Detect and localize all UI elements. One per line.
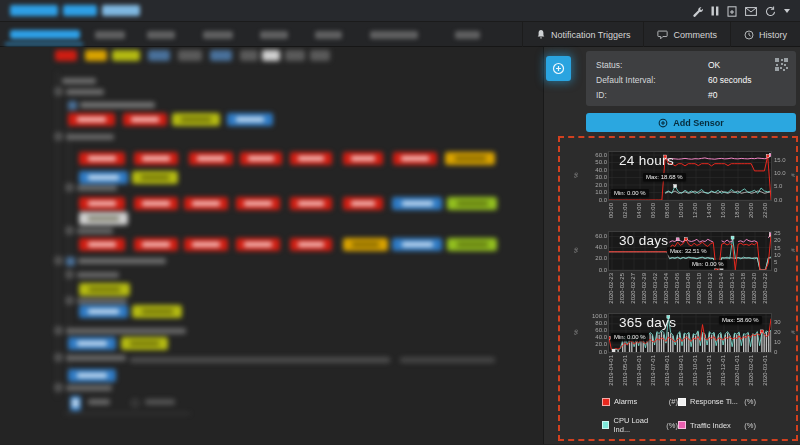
tree-item-label[interactable] xyxy=(77,185,117,191)
sensor-status-badge[interactable] xyxy=(79,238,125,251)
sensor-status-badge[interactable] xyxy=(343,152,383,165)
toolbar-chip[interactable] xyxy=(210,50,232,61)
axis-tick-label: 40.0 xyxy=(581,244,607,250)
sensor-status-badge[interactable] xyxy=(393,152,437,165)
tree-item-label[interactable] xyxy=(88,399,110,405)
tree-item-label[interactable] xyxy=(80,102,155,108)
tabs-blurred[interactable] xyxy=(0,22,520,47)
expand-toggle-icon[interactable]: + xyxy=(55,384,62,391)
tree-item-label[interactable] xyxy=(66,328,186,334)
sensor-status-badge[interactable] xyxy=(121,337,168,350)
sensor-status-badge[interactable] xyxy=(240,152,282,165)
toolbar-chip[interactable] xyxy=(285,50,305,61)
expand-toggle-icon[interactable]: + xyxy=(55,133,62,140)
sensor-status-badge[interactable] xyxy=(68,337,116,350)
expand-toggle-icon[interactable]: + xyxy=(55,88,62,95)
toolbar-chip[interactable] xyxy=(178,50,202,61)
sensor-status-badge[interactable] xyxy=(236,238,280,251)
sensor-status-badge[interactable] xyxy=(132,171,178,184)
expand-toggle-icon[interactable]: + xyxy=(55,354,62,361)
x-axis-label: 2019-04-01 xyxy=(608,355,614,386)
expand-toggle-icon[interactable]: + xyxy=(55,257,62,264)
refresh-icon[interactable] xyxy=(765,6,776,17)
sensor-status-badge[interactable] xyxy=(343,238,388,251)
tree-item-label[interactable] xyxy=(130,357,390,363)
tree-item-label[interactable] xyxy=(62,78,96,84)
sensor-status-badge[interactable] xyxy=(343,197,383,210)
sensor-status-badge[interactable] xyxy=(445,152,495,165)
toolbar-chip[interactable] xyxy=(240,50,258,61)
titlebar xyxy=(0,0,800,22)
tree-item-label[interactable] xyxy=(145,399,175,405)
sensor-status-badge[interactable] xyxy=(134,238,178,251)
add-report-icon[interactable] xyxy=(727,6,737,17)
sensor-status-badge[interactable] xyxy=(79,212,128,225)
badge-text-blur xyxy=(142,309,173,314)
panel-plus-button[interactable] xyxy=(546,56,571,81)
tab-notification-triggers[interactable]: Notification Triggers xyxy=(522,22,644,47)
toolbar-chip[interactable] xyxy=(55,50,77,61)
caret-down-icon[interactable] xyxy=(784,9,790,13)
tab-comments[interactable]: Comments xyxy=(643,22,730,47)
sensor-status-badge[interactable] xyxy=(290,197,332,210)
sensor-status-badge[interactable] xyxy=(132,305,182,318)
axis-tick-label: 60.0 xyxy=(581,233,607,239)
toolbar-chip[interactable] xyxy=(148,50,170,61)
sensor-status-badge[interactable] xyxy=(189,152,233,165)
tree-item-label[interactable] xyxy=(78,258,166,264)
sensor-status-badge[interactable] xyxy=(227,113,273,126)
settings-wrench-icon[interactable] xyxy=(692,6,703,17)
tree-item-label[interactable] xyxy=(77,298,127,304)
mail-icon[interactable] xyxy=(745,7,757,16)
sensor-status-badge[interactable] xyxy=(184,197,228,210)
tree-item-label[interactable] xyxy=(66,355,126,361)
tab-history[interactable]: History xyxy=(730,22,800,47)
sensor-status-badge[interactable] xyxy=(447,197,497,210)
legend-unit: (%) xyxy=(666,421,678,430)
sensor-status-badge[interactable] xyxy=(236,197,280,210)
sensor-status-badge[interactable] xyxy=(79,283,130,296)
pause-icon[interactable] xyxy=(711,6,719,16)
tree-item-label[interactable] xyxy=(66,89,104,95)
sensor-status-badge[interactable] xyxy=(290,238,332,251)
axis-tick-label: 100.0 xyxy=(581,313,607,319)
axis-tick-label: 20 xyxy=(774,329,781,335)
tab-label: History xyxy=(759,30,787,40)
chart-title: 30 days xyxy=(619,233,668,248)
app-window: Notification Triggers Comments History +… xyxy=(0,0,800,445)
sensor-status-badge[interactable] xyxy=(392,238,442,251)
tree-item-label[interactable] xyxy=(400,357,495,363)
tree-item-label[interactable] xyxy=(66,385,112,391)
expand-toggle-icon[interactable]: + xyxy=(66,297,73,304)
tree-item-label[interactable] xyxy=(66,134,114,140)
tree-item-label[interactable] xyxy=(77,228,113,234)
toolbar-chip[interactable] xyxy=(310,50,330,61)
sensor-status-badge[interactable] xyxy=(79,305,128,318)
badge-text-blur xyxy=(457,242,488,247)
sensor-status-badge[interactable] xyxy=(68,369,116,382)
sensor-status-badge[interactable] xyxy=(134,152,178,165)
sensor-status-badge[interactable] xyxy=(447,238,497,251)
axis-tick-label: 20.0 xyxy=(581,182,607,188)
sensor-status-badge[interactable] xyxy=(68,113,115,126)
qr-code-icon[interactable] xyxy=(775,57,788,75)
sensor-status-badge[interactable] xyxy=(79,197,125,210)
expand-toggle-icon[interactable]: + xyxy=(66,271,73,278)
sensor-status-badge[interactable] xyxy=(290,152,332,165)
probe-logo-icon[interactable] xyxy=(70,396,81,411)
sensor-status-badge[interactable] xyxy=(79,152,125,165)
expand-toggle-icon[interactable]: + xyxy=(66,184,73,191)
sensor-status-badge[interactable] xyxy=(392,197,442,210)
sensor-status-badge[interactable] xyxy=(79,171,128,184)
sensor-status-badge[interactable] xyxy=(172,113,220,126)
sensor-status-badge[interactable] xyxy=(123,113,167,126)
add-sensor-button[interactable]: Add Sensor xyxy=(586,113,796,132)
expand-toggle-icon[interactable]: + xyxy=(66,227,73,234)
sensor-status-badge[interactable] xyxy=(134,197,178,210)
toolbar-chip[interactable] xyxy=(112,50,140,61)
expand-toggle-icon[interactable]: + xyxy=(55,327,62,334)
toolbar-chip[interactable] xyxy=(262,50,280,61)
toolbar-chip[interactable] xyxy=(85,50,107,61)
sensor-status-badge[interactable] xyxy=(184,238,228,251)
tree-item-label[interactable] xyxy=(77,272,119,278)
